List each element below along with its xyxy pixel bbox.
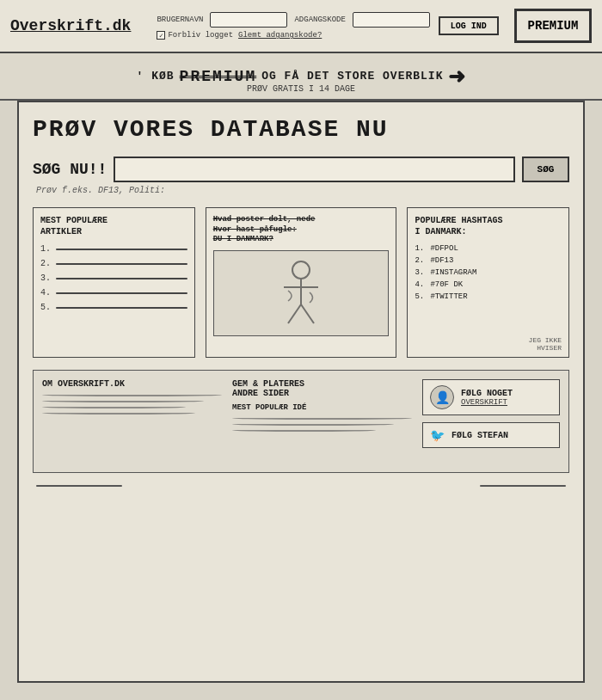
twitter-icon: 🐦: [430, 428, 445, 442]
main-content: PRØV VORES DATABASE NU SØG NU!! SØG Prøv…: [17, 101, 585, 683]
follow-sub: OVERSKRIFT: [461, 398, 513, 407]
search-button[interactable]: SØG: [522, 157, 569, 182]
password-label: Adgangskode: [294, 15, 345, 24]
sketch-person-svg: [262, 255, 340, 332]
popular-articles-title: MEST POPULÆRE ARTIKLER: [40, 215, 187, 237]
banner-prefix: ' KØB: [137, 70, 175, 83]
sketch-figure: [213, 250, 390, 336]
username-input[interactable]: [210, 12, 287, 28]
hashtags-title: POPULÆRE HASHTAGS I DANMARK:: [415, 215, 562, 237]
hashtag-item-5: 5. #TWITTER: [415, 292, 562, 301]
deco-line-3: [42, 406, 186, 408]
list-item: 5.: [40, 303, 187, 312]
search-label: SØG NU!!: [33, 161, 107, 178]
password-input[interactable]: [353, 12, 430, 28]
about-title: OM OVERSKRIFT.DK: [42, 379, 222, 389]
twitter-follow-button[interactable]: 🐦 FØLG STEFAN: [422, 422, 560, 448]
login-button[interactable]: LOG IND: [439, 16, 499, 35]
follow-button[interactable]: 👤 FØLG NOGET OVERSKRIFT: [422, 379, 560, 415]
header-row2: ✓ Forbliv logget Glemt adgangskode?: [157, 31, 429, 40]
svg-line-4: [301, 304, 314, 323]
search-input[interactable]: [114, 157, 515, 182]
pages-title: GEM & PLATERES ANDRE SIDER: [232, 379, 412, 398]
deco-line-7: [232, 429, 376, 432]
list-item: 1.: [40, 244, 187, 254]
social-box: 👤 FØLG NOGET OVERSKRIFT 🐦 FØLG STEFAN: [422, 379, 560, 464]
twitter-label: FØLG STEFAN: [452, 431, 508, 440]
three-column-section: MEST POPULÆRE ARTIKLER 1. 2. 3. 4. 5.: [33, 207, 569, 358]
deco-line-5: [232, 417, 412, 420]
bottom-line-right: [480, 485, 566, 487]
list-item: 4.: [40, 288, 187, 298]
middle-card: Hvad poster dolt, nede Hvor hast påfugle…: [206, 207, 397, 358]
banner-suffix: OG FÅ DET STORE OVERBLIK: [261, 70, 443, 83]
deco-line-4: [42, 412, 195, 414]
hashtag-item-4: 4. #70F DK: [415, 280, 562, 289]
header-row1: Brugernavn Adgangskode: [157, 12, 429, 28]
db-title: PRØV VORES DATABASE NU: [33, 116, 569, 143]
footer-section: OM OVERSKRIFT.DK GEM & PLATERES ANDRE SI…: [33, 370, 569, 473]
search-hint: Prøv f.eks. DF13, Politi:: [36, 186, 569, 195]
deco-line-2: [42, 400, 204, 402]
bottom-deco: [33, 485, 569, 487]
remember-checkbox[interactable]: ✓: [157, 31, 165, 40]
svg-point-0: [292, 261, 310, 279]
site-title: Overskrift.dk: [10, 17, 131, 34]
search-section: SØG NU!! SØG Prøv f.eks. DF13, Politi:: [33, 157, 569, 195]
bottom-line-left: [36, 485, 122, 487]
middle-question: Hvad poster dolt, nede Hvor hast påfugle…: [213, 215, 390, 245]
popular-articles-box: MEST POPULÆRE ARTIKLER 1. 2. 3. 4. 5.: [33, 207, 195, 358]
deco-line-6: [232, 423, 394, 426]
remember-label[interactable]: ✓ Forbliv logget: [157, 31, 233, 40]
svg-line-3: [288, 304, 301, 323]
avatar-icon: 👤: [430, 385, 454, 409]
hashtag-note: JEG IKKE HVISER: [529, 336, 562, 352]
list-item: 2.: [40, 259, 187, 268]
username-label: Brugernavn: [157, 15, 203, 24]
pages-col: GEM & PLATERES ANDRE SIDER MEST POPULÆR …: [232, 379, 412, 464]
premium-banner: ' KØB PREMIUM OG FÅ DET STORE OVERBLIK ➜…: [0, 53, 602, 101]
hashtag-item-2: 2. #DF13: [415, 256, 562, 265]
banner-premium-word: PREMIUM: [180, 68, 257, 85]
search-row: SØG NU!! SØG: [33, 157, 569, 182]
follow-label: FØLG NOGET: [461, 389, 513, 398]
banner-arrow-icon: ➜: [448, 64, 465, 89]
hashtags-box: POPULÆRE HASHTAGS I DANMARK: 1. #DFPOL 2…: [407, 207, 569, 358]
hashtag-item-3: 3. #INSTAGRAM: [415, 268, 562, 277]
header-form: Brugernavn Adgangskode ✓ Forbliv logget …: [157, 12, 429, 40]
banner-subtitle: PRØV GRATIS I 14 DAGE: [247, 84, 355, 94]
premium-button[interactable]: PREMIUM: [514, 9, 592, 43]
popular-title: MEST POPULÆR IDÉ: [232, 403, 412, 412]
header: Overskrift.dk Brugernavn Adgangskode ✓ F…: [0, 0, 602, 53]
hashtag-item-1: 1. #DFPOL: [415, 244, 562, 253]
about-col: OM OVERSKRIFT.DK: [42, 379, 222, 464]
list-item: 3.: [40, 273, 187, 283]
deco-line-1: [42, 394, 222, 396]
forgot-link[interactable]: Glemt adgangskode?: [238, 31, 322, 40]
